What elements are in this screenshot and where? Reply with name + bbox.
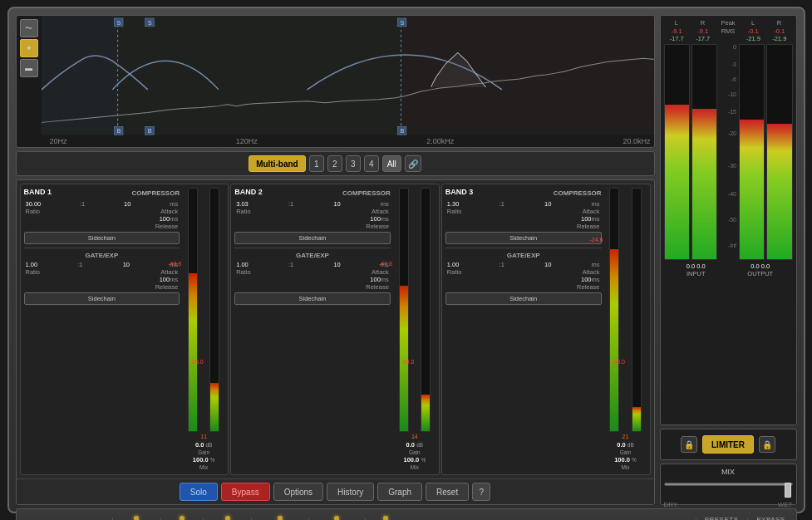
band1-comp-labels: Ratio Attack bbox=[24, 208, 180, 215]
rms-label: RMS bbox=[721, 27, 736, 35]
spectrogram-btn[interactable]: ▬ bbox=[20, 59, 38, 77]
svg-text:S: S bbox=[116, 20, 121, 27]
freq-20hz: 20Hz bbox=[50, 137, 67, 145]
band-2-panel: BAND 2 COMPRESSOR 3.03 :1 10 ms bbox=[230, 184, 440, 475]
freq-120hz: 120Hz bbox=[236, 137, 258, 145]
band1-comp-release-lbl: Release bbox=[24, 223, 180, 230]
band3-gate-title: GATE/EXP bbox=[445, 252, 602, 259]
freq-20khz: 20.0kHz bbox=[623, 137, 650, 145]
convolve-led[interactable] bbox=[278, 516, 283, 521]
spectrum-toolbar: 〜 ✦ ▬ bbox=[20, 19, 38, 77]
filter2-led[interactable] bbox=[225, 516, 230, 521]
rms-l-val: -17.7 bbox=[670, 35, 684, 42]
rms-out-r: -21.9 bbox=[772, 35, 786, 42]
band-3-btn[interactable]: 3 bbox=[346, 155, 361, 172]
band3-fader1[interactable] bbox=[609, 188, 619, 432]
link-btn[interactable]: 🔗 bbox=[405, 155, 421, 172]
limiter-button[interactable]: LIMITER bbox=[702, 435, 754, 454]
input-meter-l bbox=[664, 44, 690, 260]
peak-label: Peak bbox=[721, 19, 735, 27]
presets-label: PRESETS bbox=[705, 516, 739, 521]
plugin-container: 〜 ✦ ▬ bbox=[7, 7, 805, 513]
peak-out-r: -0.1 bbox=[774, 27, 785, 35]
band-1-panel: BAND 1 COMPRESSOR 30.00 :1 10 ms bbox=[20, 184, 229, 475]
band2-fader2[interactable] bbox=[421, 188, 431, 432]
solo-button[interactable]: Solo bbox=[180, 483, 218, 501]
band3-gate-sidechain[interactable]: Sidechain bbox=[445, 292, 602, 305]
input-label: INPUT bbox=[664, 270, 729, 277]
band1-comp-sidechain[interactable]: Sidechain bbox=[24, 232, 180, 244]
limiter-lock-left[interactable]: 🔒 bbox=[681, 436, 697, 453]
band1-gate-sidechain[interactable]: Sidechain bbox=[24, 292, 180, 305]
band3-header: BAND 3 bbox=[445, 188, 474, 197]
band1-comp-release: 100 ms bbox=[24, 215, 180, 223]
band1-header: BAND 1 bbox=[24, 188, 52, 197]
band-4-btn[interactable]: 4 bbox=[364, 155, 379, 172]
band1-gate-title: GATE/EXP bbox=[24, 252, 180, 259]
band1-fader1-val: -43.8 bbox=[168, 261, 181, 267]
band-1-btn[interactable]: 1 bbox=[309, 155, 324, 172]
delay-led[interactable] bbox=[383, 516, 388, 521]
band-3-panel: BAND 3 COMPRESSOR 1.30 :1 10 ms bbox=[441, 184, 651, 475]
input-val: 0.0 0.0 bbox=[664, 262, 729, 270]
band2-gate-title: GATE/EXP bbox=[234, 252, 391, 259]
mix-slider[interactable] bbox=[785, 483, 791, 498]
band1-comp-title: COMPRESSOR bbox=[131, 189, 180, 197]
band1-fader2-val: -80.0 bbox=[190, 359, 204, 365]
multiband-btn[interactable]: Multi-band bbox=[249, 155, 306, 172]
wet-label: WET bbox=[778, 501, 793, 508]
bypass-button[interactable]: Bypass bbox=[221, 483, 270, 501]
band1-fader2[interactable] bbox=[209, 188, 219, 432]
reset-button[interactable]: Reset bbox=[426, 483, 469, 501]
strip-filter2: FILTER 2 bbox=[212, 516, 244, 521]
band1-gain-mix: 0.0 dB Gain 100.0 % Mix bbox=[193, 441, 215, 471]
strip-convolve: CONVOLVE bbox=[260, 516, 300, 521]
band3-comp-title: COMPRESSOR bbox=[554, 189, 602, 197]
band3-comp-sidechain[interactable]: Sidechain bbox=[445, 232, 602, 244]
bottom-strip: TRASH2 FILTER 1 TRASH FILTER 2 CO bbox=[16, 508, 797, 520]
strip-delay: DELAY bbox=[374, 516, 397, 521]
options-button[interactable]: Options bbox=[273, 483, 323, 501]
band3-fader2[interactable] bbox=[632, 188, 642, 432]
waveform-btn[interactable]: 〜 bbox=[20, 19, 38, 37]
spectrum-btn[interactable]: ✦ bbox=[20, 39, 38, 57]
bottom-buttons: Solo Bypass Options History Graph Reset … bbox=[17, 478, 654, 504]
svg-text:S: S bbox=[147, 20, 151, 27]
meter-section: L R -9.1 -9.1 -17.7 -17.7 Peak bbox=[660, 15, 797, 425]
all-btn[interactable]: All bbox=[382, 155, 401, 172]
dynamics-led[interactable] bbox=[334, 516, 339, 521]
band1-fader1[interactable] bbox=[188, 188, 198, 432]
band-2-btn[interactable]: 2 bbox=[327, 155, 342, 172]
bands-row: BAND 1 COMPRESSOR 30.00 :1 10 ms bbox=[17, 180, 654, 478]
graph-button[interactable]: Graph bbox=[377, 483, 422, 501]
peak-out-l: -0.1 bbox=[748, 27, 759, 35]
band2-comp-title: COMPRESSOR bbox=[342, 189, 391, 197]
meter-scale: 0 -3 -6 -10 -15 -20 -30 -40 -50 -Inf bbox=[720, 44, 736, 260]
strip-filter1: FILTER 1 bbox=[121, 516, 153, 521]
freq-2khz: 2.00kHz bbox=[426, 137, 454, 145]
band1-comp-params: 30.00 :1 10 ms bbox=[24, 200, 180, 208]
band3-fader1-val: -24.8 bbox=[590, 237, 603, 243]
svg-text:B: B bbox=[147, 128, 151, 135]
svg-rect-0 bbox=[42, 16, 118, 135]
band2-fader1[interactable] bbox=[399, 188, 409, 432]
output-meter-l bbox=[739, 44, 765, 260]
rms-out-l: -21.9 bbox=[746, 35, 760, 42]
meter-r-label: R bbox=[701, 19, 705, 27]
limiter-lock-right[interactable]: 🔒 bbox=[759, 436, 775, 453]
band1-gate-params: 1.00 :1 10 ms bbox=[24, 261, 180, 268]
history-button[interactable]: History bbox=[327, 483, 374, 501]
filter1-led[interactable] bbox=[134, 516, 139, 521]
svg-rect-1 bbox=[117, 16, 401, 135]
band2-comp-sidechain[interactable]: Sidechain bbox=[234, 232, 391, 244]
band3-fader2-val: -80.0 bbox=[612, 359, 625, 365]
svg-text:B: B bbox=[400, 128, 404, 135]
band2-gate-sidechain[interactable]: Sidechain bbox=[234, 292, 391, 305]
mix-section: MIX DRY WET bbox=[660, 464, 797, 505]
trash-led[interactable] bbox=[180, 516, 185, 521]
output-meter-r bbox=[766, 44, 792, 260]
mode-bar: Multi-band 1 2 3 4 All 🔗 bbox=[16, 151, 655, 176]
help-button[interactable]: ? bbox=[472, 483, 490, 501]
peak-r-val: -9.1 bbox=[697, 27, 708, 35]
mix-label: MIX bbox=[664, 468, 793, 476]
